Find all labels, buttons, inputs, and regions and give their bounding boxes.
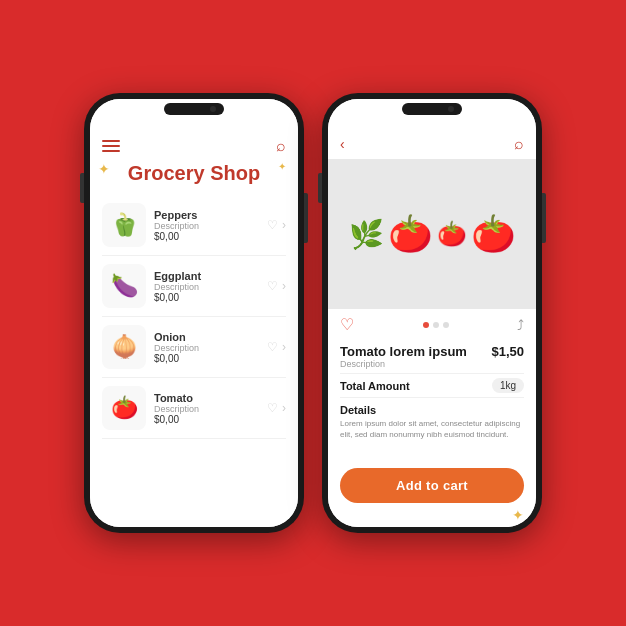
favorite-icon-onion[interactable]: ♡: [267, 340, 278, 354]
product-actions-eggplant: ♡ ›: [267, 279, 286, 293]
phone-detail: ‹ ⌕ 🌿 🍅 🍅 🍅 ♡: [322, 93, 542, 533]
image-dots: [423, 322, 449, 328]
product-name-peppers: Peppers: [154, 209, 259, 221]
title-area: ✦ Grocery Shop ✦: [102, 161, 286, 185]
details-label: Details: [340, 404, 524, 416]
product-price-tomato: $0,00: [154, 414, 259, 425]
back-icon[interactable]: ‹: [340, 136, 345, 152]
dot-1: [423, 322, 429, 328]
phone1-content: ⌕ ✦ Grocery Shop ✦ 🫑 Peppers Description…: [90, 99, 298, 527]
chevron-icon-tomato[interactable]: ›: [282, 401, 286, 415]
menu-icon[interactable]: [102, 140, 120, 152]
product-info-onion: Onion Description $0,00: [154, 331, 259, 364]
phone1-screen: ⌕ ✦ Grocery Shop ✦ 🫑 Peppers Description…: [90, 99, 298, 527]
detail-product-name: Tomato lorem ipsum: [340, 344, 467, 359]
product-desc-peppers: Description: [154, 221, 259, 231]
product-price-eggplant: $0,00: [154, 292, 259, 303]
star-deco-bottom: ✦: [512, 507, 524, 523]
product-name-tomato: Tomato: [154, 392, 259, 404]
product-desc-tomato: Description: [154, 404, 259, 414]
weight-badge: 1kg: [492, 378, 524, 393]
chevron-icon-onion[interactable]: ›: [282, 340, 286, 354]
product-item-onion[interactable]: 🧅 Onion Description $0,00 ♡ ›: [102, 317, 286, 378]
product-price-onion: $0,00: [154, 353, 259, 364]
search-icon[interactable]: ⌕: [276, 137, 286, 155]
product-actions-peppers: ♡ ›: [267, 218, 286, 232]
details-text: Lorem ipsum dolor sit amet, consectetur …: [340, 418, 524, 440]
product-actions-tomato: ♡ ›: [267, 401, 286, 415]
dot-3: [443, 322, 449, 328]
detail-description: Details Lorem ipsum dolor sit amet, cons…: [340, 404, 524, 440]
total-amount-label: Total Amount: [340, 380, 410, 392]
phone1-header: ⌕: [102, 137, 286, 155]
chevron-icon-eggplant[interactable]: ›: [282, 279, 286, 293]
share-icon[interactable]: ⤴: [517, 317, 524, 333]
product-price-peppers: $0,00: [154, 231, 259, 242]
product-name-onion: Onion: [154, 331, 259, 343]
detail-title-group: Tomato lorem ipsum Description: [340, 344, 467, 369]
detail-title-row: Tomato lorem ipsum Description $1,50: [340, 344, 524, 369]
product-item-tomato[interactable]: 🍅 Tomato Description $0,00 ♡ ›: [102, 378, 286, 439]
detail-amount-row: Total Amount 1kg: [340, 373, 524, 398]
product-name-eggplant: Eggplant: [154, 270, 259, 282]
product-thumb-onion: 🧅: [102, 325, 146, 369]
tomato-icon-1: 🍅: [388, 213, 433, 255]
phones-container: ⌕ ✦ Grocery Shop ✦ 🫑 Peppers Description…: [84, 93, 542, 533]
add-to-cart-button[interactable]: Add to cart: [340, 468, 524, 503]
camera-dot: [210, 106, 216, 112]
product-thumb-tomato: 🍅: [102, 386, 146, 430]
product-image: 🌿 🍅 🍅 🍅: [328, 159, 536, 309]
product-desc-eggplant: Description: [154, 282, 259, 292]
shop-title: Grocery Shop: [102, 161, 286, 185]
favorite-icon-tomato[interactable]: ♡: [267, 401, 278, 415]
camera-dot2: [448, 106, 454, 112]
dot-2: [433, 322, 439, 328]
phone2-screen: ‹ ⌕ 🌿 🍅 🍅 🍅 ♡: [328, 99, 536, 527]
detail-price: $1,50: [491, 344, 524, 359]
detail-body: Tomato lorem ipsum Description $1,50 Tot…: [328, 340, 536, 468]
notch: [164, 103, 224, 115]
product-thumb-eggplant: 🍆: [102, 264, 146, 308]
phone-list: ⌕ ✦ Grocery Shop ✦ 🫑 Peppers Description…: [84, 93, 304, 533]
star-deco-left: ✦: [98, 161, 110, 177]
detail-actions-row: ♡ ⤴: [328, 309, 536, 340]
favorite-icon-detail[interactable]: ♡: [340, 315, 354, 334]
star-deco-right: ✦: [278, 161, 286, 172]
detail-product-subdesc: Description: [340, 359, 467, 369]
bottom-decoration: ✦: [328, 503, 536, 527]
product-info-eggplant: Eggplant Description $0,00: [154, 270, 259, 303]
tomato-icon-3: 🍅: [471, 213, 516, 255]
search-icon-detail[interactable]: ⌕: [514, 135, 524, 153]
product-actions-onion: ♡ ›: [267, 340, 286, 354]
product-info-tomato: Tomato Description $0,00: [154, 392, 259, 425]
product-item-peppers[interactable]: 🫑 Peppers Description $0,00 ♡ ›: [102, 195, 286, 256]
product-desc-onion: Description: [154, 343, 259, 353]
product-thumb-peppers: 🫑: [102, 203, 146, 247]
tomato-display: 🌿 🍅 🍅 🍅: [328, 159, 536, 309]
favorite-icon-eggplant[interactable]: ♡: [267, 279, 278, 293]
favorite-icon-peppers[interactable]: ♡: [267, 218, 278, 232]
product-info-peppers: Peppers Description $0,00: [154, 209, 259, 242]
tomato-icon-2: 🍅: [437, 220, 467, 248]
chevron-icon-peppers[interactable]: ›: [282, 218, 286, 232]
notch2: [402, 103, 462, 115]
leaf-icon: 🌿: [349, 218, 384, 251]
product-item-eggplant[interactable]: 🍆 Eggplant Description $0,00 ♡ ›: [102, 256, 286, 317]
phone2-content: ‹ ⌕ 🌿 🍅 🍅 🍅 ♡: [328, 99, 536, 527]
product-list: 🫑 Peppers Description $0,00 ♡ › 🍆: [102, 195, 286, 439]
